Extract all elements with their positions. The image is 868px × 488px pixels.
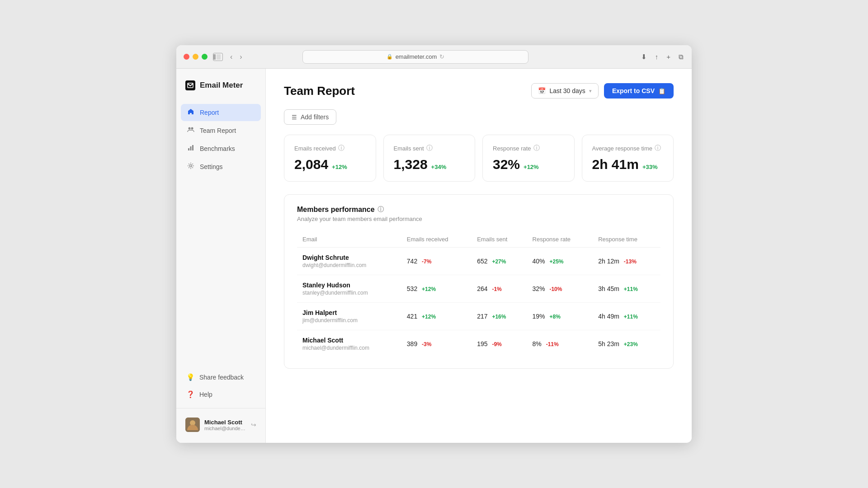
home-icon	[186, 108, 195, 117]
member-name: Stanley Hudson	[302, 282, 396, 289]
maximize-button[interactable]	[202, 54, 208, 60]
stat-value-emails-sent: 1,328 +34%	[394, 157, 465, 172]
stat-label-emails-received: Emails received ⓘ	[294, 144, 366, 152]
stat-value-emails-received: 2,084 +12%	[294, 157, 366, 172]
sidebar-item-settings[interactable]: Settings	[181, 158, 261, 175]
info-icon-3: ⓘ	[533, 144, 540, 152]
cell-emails-received-0: 742 -7%	[401, 248, 472, 275]
cell-response-time-0: 2h 12m -13%	[593, 248, 660, 275]
col-emails-received: Emails received	[401, 231, 472, 248]
table-row[interactable]: Stanley Hudson stanley@dundermifflin.com…	[297, 275, 660, 303]
new-tab-icon[interactable]: +	[665, 52, 671, 62]
sidebar-item-team-report-label: Team Report	[200, 127, 236, 134]
logo-icon	[184, 80, 196, 91]
member-name: Dwight Schrute	[302, 254, 396, 261]
sidebar-toggle-button[interactable]	[213, 53, 223, 61]
logout-icon[interactable]: ↪	[251, 421, 256, 428]
cell-response-time-2: 4h 49m +11%	[593, 303, 660, 330]
forward-button[interactable]: ›	[238, 52, 244, 62]
cell-response-rate-0: 40% +25%	[527, 248, 593, 275]
app-logo: Email Meter	[176, 80, 265, 104]
svg-rect-7	[190, 146, 192, 150]
reload-icon[interactable]: ↻	[439, 53, 444, 60]
table-row[interactable]: Jim Halpert jim@dundermifflin.com 421 +1…	[297, 303, 660, 330]
cell-emails-received-1: 532 +12%	[401, 275, 472, 303]
chevron-down-icon: ▾	[589, 88, 592, 94]
col-response-rate: Response rate	[527, 231, 593, 248]
svg-point-9	[190, 165, 192, 167]
sidebar-bottom: 💡 Share feedback ❓ Help	[176, 369, 265, 408]
sidebar-nav: Report Team Report	[176, 104, 265, 369]
settings-icon	[186, 162, 195, 171]
browser-chrome: ‹ › 🔒 emailmeter.com ↻ ⬇ ↑ + ⧉	[176, 45, 692, 69]
cell-response-time-1: 3h 45m +11%	[593, 275, 660, 303]
member-email: michael@dundermifflin.com	[302, 345, 396, 351]
svg-point-4	[189, 127, 191, 130]
member-email: dwight@dundermifflin.com	[302, 262, 396, 268]
address-bar[interactable]: 🔒 emailmeter.com ↻	[302, 50, 528, 64]
add-filters-button[interactable]: ☰ Add filters	[284, 109, 336, 125]
benchmarks-icon	[186, 144, 195, 153]
share-icon[interactable]: ↑	[654, 52, 660, 62]
user-avatar	[185, 418, 200, 432]
user-info[interactable]: Michael Scott michael@dundermifflin.c...…	[181, 414, 261, 436]
main-content: Team Report 📅 Last 30 days ▾ Export to C…	[266, 69, 692, 443]
stat-value-response-rate: 32% +12%	[493, 157, 564, 172]
member-email: jim@dundermifflin.com	[302, 317, 396, 324]
stat-card-response-rate: Response rate ⓘ 32% +12%	[482, 135, 575, 182]
table-row[interactable]: Michael Scott michael@dundermifflin.com …	[297, 330, 660, 358]
user-text: Michael Scott michael@dundermifflin.c...	[204, 419, 246, 431]
user-section: Michael Scott michael@dundermifflin.c...…	[176, 408, 265, 436]
minimize-button[interactable]	[193, 54, 198, 60]
app-name: Email Meter	[200, 81, 243, 90]
tabs-icon[interactable]: ⧉	[678, 52, 684, 62]
user-email: michael@dundermifflin.c...	[204, 426, 246, 431]
user-name: Michael Scott	[204, 419, 246, 426]
download-icon[interactable]: ⬇	[640, 52, 648, 62]
page-header: Team Report 📅 Last 30 days ▾ Export to C…	[284, 83, 674, 99]
col-response-time: Response time	[593, 231, 660, 248]
stat-label-response-rate: Response rate ⓘ	[493, 144, 564, 152]
traffic-lights	[184, 54, 208, 60]
calendar-icon: 📅	[538, 87, 546, 94]
share-feedback-item[interactable]: 💡 Share feedback	[181, 369, 261, 385]
help-icon: ❓	[186, 390, 195, 399]
sidebar-item-benchmarks-label: Benchmarks	[200, 145, 235, 152]
sidebar-item-team-report[interactable]: Team Report	[181, 122, 261, 139]
back-button[interactable]: ‹	[228, 52, 234, 62]
sidebar-item-report-label: Report	[200, 109, 219, 116]
stat-change-emails-received: +12%	[332, 164, 347, 170]
close-button[interactable]	[184, 54, 189, 60]
col-emails-sent: Emails sent	[472, 231, 527, 248]
browser-actions: ⬇ ↑ + ⧉	[640, 52, 684, 62]
cell-emails-received-3: 389 -3%	[401, 330, 472, 358]
filter-icon: ☰	[292, 114, 297, 121]
date-range-picker[interactable]: 📅 Last 30 days ▾	[531, 83, 598, 99]
export-csv-button[interactable]: Export to CSV 📋	[604, 83, 674, 99]
lightbulb-icon: 💡	[186, 373, 195, 381]
info-icon-2: ⓘ	[426, 144, 433, 152]
performance-subtitle: Analyze your team members email performa…	[297, 216, 660, 222]
export-label: Export to CSV	[612, 87, 655, 94]
cell-response-time-3: 5h 23m +23%	[593, 330, 660, 358]
table-row[interactable]: Dwight Schrute dwight@dundermifflin.com …	[297, 248, 660, 275]
stat-change-response-rate: +12%	[524, 164, 539, 170]
col-email: Email	[297, 231, 401, 248]
sidebar-item-benchmarks[interactable]: Benchmarks	[181, 140, 261, 157]
svg-point-5	[191, 127, 193, 130]
performance-header: Members performance ⓘ Analyze your team …	[297, 206, 660, 222]
stat-change-avg-response-time: +33%	[642, 164, 658, 170]
info-icon-4: ⓘ	[655, 144, 661, 152]
date-range-label: Last 30 days	[549, 87, 585, 94]
sidebar-item-settings-label: Settings	[200, 163, 223, 170]
share-feedback-label: Share feedback	[199, 374, 244, 381]
help-item[interactable]: ❓ Help	[181, 386, 261, 403]
sidebar-item-report[interactable]: Report	[181, 104, 261, 121]
stats-grid: Emails received ⓘ 2,084 +12% Emails sent…	[284, 135, 674, 182]
sidebar: Email Meter Report	[176, 69, 266, 443]
performance-title: Members performance ⓘ	[297, 206, 660, 214]
cell-emails-sent-0: 652 +27%	[472, 248, 527, 275]
header-controls: 📅 Last 30 days ▾ Export to CSV 📋	[531, 83, 674, 99]
performance-table: Email Emails received Emails sent Respon…	[297, 231, 660, 357]
stat-card-emails-sent: Emails sent ⓘ 1,328 +34%	[383, 135, 476, 182]
